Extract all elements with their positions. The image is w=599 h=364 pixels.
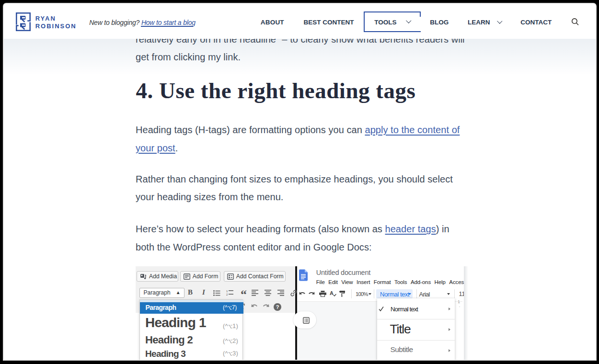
svg-text:2: 2 xyxy=(226,293,228,296)
svg-text:A: A xyxy=(330,290,334,296)
svg-text:1: 1 xyxy=(226,290,228,293)
